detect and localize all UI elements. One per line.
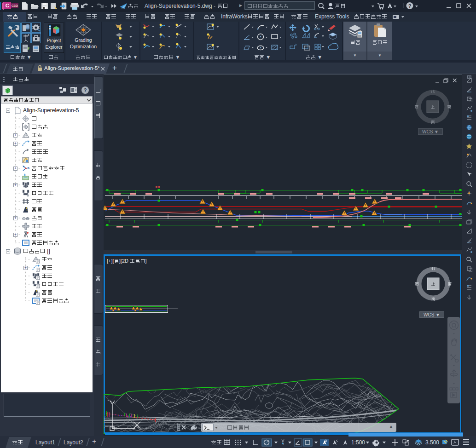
svg-text:C3D: C3D — [12, 4, 18, 7]
svg-text:3.500: 3.500 — [425, 439, 439, 446]
svg-text:1:500: 1:500 — [351, 439, 365, 446]
svg-text:?: ? — [84, 87, 87, 93]
svg-text:?: ? — [408, 3, 412, 9]
svg-text:C: C — [6, 3, 9, 8]
